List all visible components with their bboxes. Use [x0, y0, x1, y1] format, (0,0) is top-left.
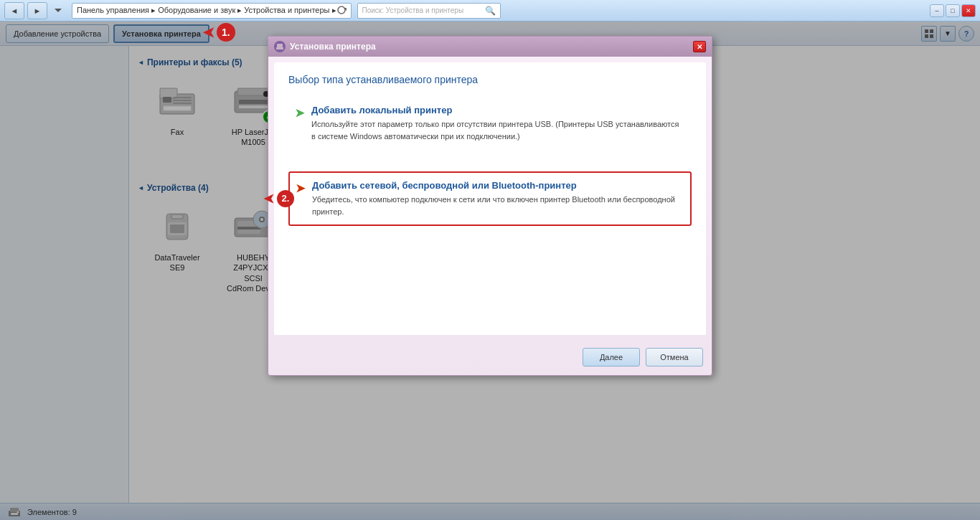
option1-arrow: ➤	[295, 106, 304, 120]
option2-desc: Убедитесь, что компьютер подключен к сет…	[312, 194, 684, 217]
step2-badge: 2.	[277, 190, 294, 207]
svg-rect-59	[276, 47, 283, 49]
option2-text: Добавить сетевой, беспроводной или Bluet…	[312, 180, 684, 217]
address-refresh-button[interactable]	[336, 5, 347, 16]
dialog-body: Выбор типа устанавливаемого принтера ➤ Д…	[274, 62, 706, 335]
address-bar[interactable]: Панель управления ▸ Оборудование и звук …	[72, 3, 352, 19]
close-button[interactable]: ✕	[961, 4, 976, 17]
address-text: Панель управления ▸ Оборудование и звук …	[77, 6, 336, 15]
forward-button[interactable]: ►	[27, 2, 47, 19]
step2-annotation: ➤ 2.	[264, 190, 294, 207]
titlebar-controls: – □ ✕	[930, 4, 976, 17]
option1-text: Добавить локальный принтер Используйте э…	[311, 105, 685, 142]
svg-marker-0	[55, 9, 62, 12]
step1-badge: 1.	[217, 23, 235, 42]
install-printer-dialog: Установка принтера ✕ Выбор типа устанавл…	[268, 36, 712, 376]
svg-point-1	[338, 6, 345, 14]
search-icon: 🔍	[485, 6, 496, 16]
search-bar[interactable]: Поиск: Устройства и принтеры 🔍	[357, 3, 501, 19]
cancel-button[interactable]: Отмена	[646, 348, 703, 367]
dialog-footer: Далее Отмена	[268, 341, 712, 375]
recent-pages-button[interactable]	[50, 3, 66, 19]
back-button[interactable]: ◄	[4, 2, 24, 19]
option-network-printer[interactable]: ➤ 2. ➤ Добавить сетевой, беспроводной ил…	[288, 171, 692, 226]
option2-arrow: ➤	[296, 181, 305, 195]
option1-title: Добавить локальный принтер	[311, 105, 685, 115]
search-placeholder: Поиск: Устройства и принтеры	[362, 6, 464, 14]
dialog-titlebar: Установка принтера ✕	[268, 37, 712, 57]
dialog-close-button[interactable]: ✕	[693, 41, 706, 52]
dialog-title-text: Установка принтера	[290, 42, 376, 52]
next-button[interactable]: Далее	[583, 348, 640, 367]
maximize-button[interactable]: □	[946, 4, 960, 17]
dialog-overlay: Установка принтера ✕ Выбор типа устанавл…	[0, 22, 980, 520]
option1-desc: Используйте этот параметр только при отс…	[311, 118, 685, 142]
step1-annotation: ➤ 1.	[203, 23, 235, 42]
option-local-printer[interactable]: ➤ Добавить локальный принтер Используйте…	[288, 97, 692, 150]
titlebar-left: ◄ ► Панель управления ▸ Оборудование и з…	[4, 2, 501, 19]
option2-title: Добавить сетевой, беспроводной или Bluet…	[312, 180, 684, 191]
minimize-button[interactable]: –	[930, 4, 944, 17]
titlebar: ◄ ► Панель управления ▸ Оборудование и з…	[0, 0, 980, 22]
dialog-title-icon	[274, 41, 286, 52]
dialog-title-left: Установка принтера	[274, 41, 376, 52]
dialog-section-title: Выбор типа устанавливаемого принтера	[288, 74, 692, 85]
